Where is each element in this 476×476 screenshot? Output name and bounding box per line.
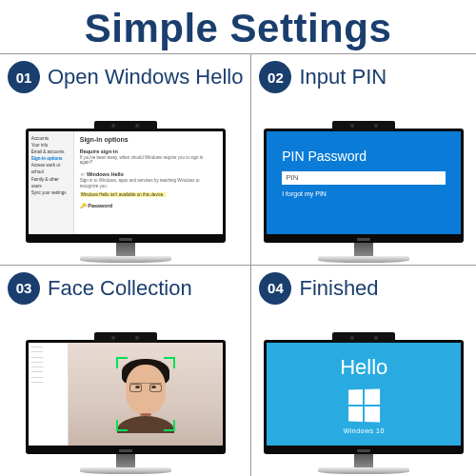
face-setup-sidebar: ────────────────────────────────────────	[29, 343, 69, 446]
step-header: 04 Finished	[259, 269, 468, 307]
face-frame	[116, 357, 175, 431]
step-3: 03 Face Collection ─────────────────────…	[0, 266, 251, 477]
infographic: Simple Settings 01 Open Windows Hello Ac…	[0, 0, 476, 476]
forgot-pin-link[interactable]: I forgot my PIN	[282, 190, 446, 197]
sidebar-item[interactable]: Your info	[31, 142, 70, 149]
section-text: If you've been away, when should Windows…	[80, 155, 217, 167]
pin-heading: PIN Password	[282, 149, 446, 164]
sidebar-item-signin[interactable]: Sign-in options	[31, 155, 70, 162]
pin-input[interactable]: PIN	[282, 171, 446, 185]
webcam-icon	[94, 121, 157, 131]
webcam-icon	[332, 121, 395, 131]
step-4: 04 Finished Hello Windows 10	[251, 266, 476, 477]
webcam-icon	[94, 332, 157, 343]
settings-sidebar: Accounts Your info Email & accounts Sign…	[29, 131, 74, 234]
settings-main: Sign-in options Require sign-in If you'v…	[74, 131, 223, 234]
section-text: Sign in to Windows, apps and services by…	[80, 178, 217, 189]
webcam-icon	[332, 332, 395, 343]
highlighted-text: Windows Hello isn't available on this de…	[80, 192, 166, 197]
monitor: Accounts Your info Email & accounts Sign…	[26, 121, 226, 263]
page-title: Simple Settings	[0, 0, 476, 53]
hello-greeting: Hello	[340, 355, 387, 380]
step-number-badge: 03	[8, 272, 40, 305]
screen-content: PIN Password PIN I forgot my PIN	[267, 131, 461, 234]
step-title: Finished	[299, 276, 378, 301]
step-header: 02 Input PIN	[259, 58, 468, 96]
face-capture-view	[69, 343, 223, 446]
step-number-badge: 02	[259, 61, 291, 93]
windows-logo-icon	[348, 388, 380, 422]
sidebar-item[interactable]: Access work or school	[31, 162, 70, 175]
step-2: 02 Input PIN PIN Password PIN I forgot m…	[251, 54, 476, 266]
sidebar-item[interactable]: Email & accounts	[31, 149, 70, 155]
step-number-badge: 04	[259, 272, 291, 305]
os-label: Windows 10	[344, 427, 385, 434]
step-title: Face Collection	[48, 276, 192, 301]
monitor: Hello Windows 10	[264, 332, 464, 474]
step-title: Input PIN	[299, 65, 387, 89]
sidebar-heading: Accounts	[31, 135, 70, 142]
section-heading: ☺ Windows Hello	[80, 171, 217, 177]
step-title: Open Windows Hello	[48, 65, 243, 89]
sidebar-item[interactable]: Family & other users	[31, 176, 70, 189]
step-header: 03 Face Collection	[8, 269, 243, 307]
settings-page-title: Sign-in options	[80, 136, 217, 143]
monitor: ────────────────────────────────────────	[26, 332, 226, 474]
section-heading: Require sign-in	[80, 149, 217, 154]
sidebar-item[interactable]: Sync your settings	[31, 189, 70, 196]
section-heading: 🔑 Password	[80, 203, 217, 208]
monitor: PIN Password PIN I forgot my PIN	[264, 121, 464, 263]
step-number-badge: 01	[8, 61, 40, 93]
screen-content: ────────────────────────────────────────	[29, 343, 223, 446]
screen-content: Accounts Your info Email & accounts Sign…	[29, 131, 223, 234]
steps-grid: 01 Open Windows Hello Accounts Your info…	[0, 53, 476, 476]
step-1: 01 Open Windows Hello Accounts Your info…	[0, 54, 251, 266]
screen-content: Hello Windows 10	[267, 343, 461, 446]
step-header: 01 Open Windows Hello	[8, 58, 243, 96]
